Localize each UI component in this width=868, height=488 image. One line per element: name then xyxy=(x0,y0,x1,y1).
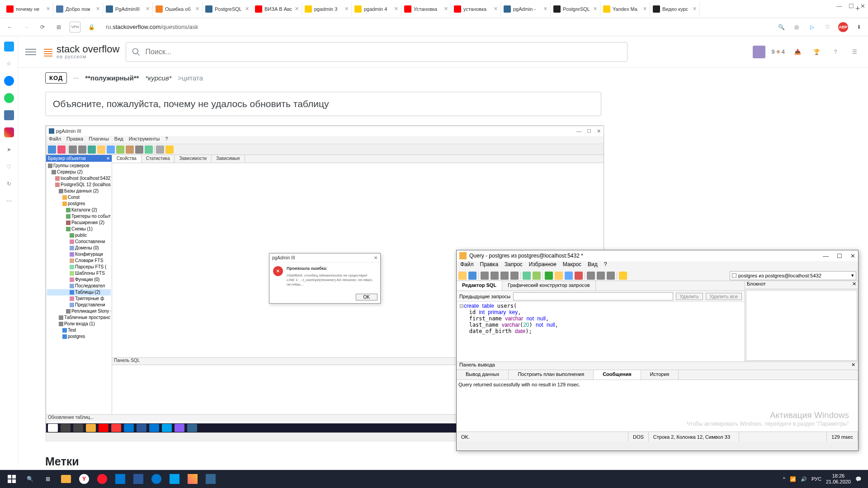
prev-queries-combo[interactable] xyxy=(513,292,673,300)
detail-tab[interactable]: Зависимости xyxy=(175,155,212,163)
browser-tab[interactable]: pgAdmin -✕ xyxy=(501,2,551,16)
reload-button[interactable]: ⟳ xyxy=(37,22,48,33)
inbox-icon[interactable]: 📥 xyxy=(791,46,804,58)
tb-icon[interactable] xyxy=(587,272,595,280)
tb-item[interactable] xyxy=(162,424,172,432)
community-icon[interactable]: ☰ xyxy=(848,46,861,58)
tree-item[interactable]: Конфигураци xyxy=(47,251,111,258)
tab-sql-editor[interactable]: Редактор SQL xyxy=(457,281,502,291)
tree-item[interactable]: Парсеры FTS ( xyxy=(47,264,111,270)
back-button[interactable]: ← xyxy=(5,22,15,33)
sql-code-editor[interactable]: ⊟create table users( id int primary key,… xyxy=(457,302,745,361)
tb-icon[interactable] xyxy=(88,145,96,154)
output-tab[interactable]: Вывод данных xyxy=(457,370,509,380)
so-search-box[interactable] xyxy=(126,42,627,62)
tb-icon[interactable] xyxy=(48,145,56,154)
start-button[interactable] xyxy=(3,470,21,488)
tb-icon[interactable] xyxy=(565,272,573,280)
tb-icon[interactable] xyxy=(69,145,77,154)
tree-item[interactable]: Const xyxy=(47,194,111,201)
menu-item[interactable]: Файл xyxy=(49,136,61,144)
help-icon[interactable] xyxy=(619,272,627,280)
tree-item[interactable]: Шаблоны FTS xyxy=(47,270,111,277)
tree-item[interactable]: Серверы (2) xyxy=(47,169,111,175)
output-tab[interactable]: Сообщения xyxy=(594,370,641,380)
tb-icon[interactable] xyxy=(78,145,86,154)
word-icon[interactable] xyxy=(129,470,147,488)
tb-item[interactable] xyxy=(61,424,71,432)
tree-item[interactable]: Табличные пространства (2) xyxy=(47,314,111,321)
menu-item[interactable]: Вид xyxy=(588,261,598,270)
browser-tab[interactable]: PostgreSQL✕ xyxy=(203,2,252,16)
menu-item[interactable]: ? xyxy=(165,136,168,144)
help-icon[interactable]: ? xyxy=(829,46,842,58)
tab-close-icon[interactable]: ✕ xyxy=(542,6,547,12)
tab-close-icon[interactable]: ✕ xyxy=(492,6,498,12)
browser-tab[interactable]: pgadmin 3✕ xyxy=(302,2,352,16)
browser-tab[interactable]: PgAdminIII✕ xyxy=(103,2,153,16)
more-icon[interactable]: ⋯ xyxy=(4,196,14,206)
tb-icon[interactable] xyxy=(510,272,519,280)
tree-item[interactable]: Репликация Slony (0) xyxy=(47,308,111,314)
notifications-icon[interactable]: 💬 xyxy=(855,476,862,482)
browser-tab[interactable]: установка✕ xyxy=(451,2,501,16)
maximize-icon[interactable]: ☐ xyxy=(837,253,842,259)
tb-icon[interactable] xyxy=(523,272,531,280)
tree-item[interactable]: Триггеры по событ xyxy=(47,213,111,220)
menu-item[interactable]: Избранное xyxy=(529,261,557,270)
tb-icon[interactable] xyxy=(135,145,143,154)
menu-item[interactable]: Макрос xyxy=(563,261,581,270)
tb-win-icon[interactable] xyxy=(48,424,58,432)
browser-tab[interactable]: pgadmin 4✕ xyxy=(352,2,401,16)
browser-tab[interactable]: Yandex Ma✕ xyxy=(600,2,650,16)
tree-item[interactable]: Каталоги (2) xyxy=(47,207,111,213)
pgadmin-taskbar-icon[interactable] xyxy=(202,470,220,488)
tab-close-icon[interactable]: ✕ xyxy=(193,6,199,12)
vpn-icon[interactable]: VPN xyxy=(70,22,80,33)
tab-close-icon[interactable]: ✕ xyxy=(691,6,697,12)
explorer-icon[interactable] xyxy=(57,470,75,488)
tb-icon[interactable] xyxy=(97,145,105,154)
delete-button[interactable]: Удалить xyxy=(676,293,703,300)
yandex-icon[interactable]: Y xyxy=(75,470,93,488)
notepad-body[interactable] xyxy=(746,290,857,361)
delete-all-button[interactable]: Удалить все xyxy=(706,293,742,300)
clock[interactable]: 18:26 21.06.2020 xyxy=(826,473,851,485)
menu-item[interactable]: Правка xyxy=(480,261,499,270)
tab-graphical[interactable]: Графический конструктор запросов xyxy=(502,281,596,291)
close-icon[interactable]: ✕ xyxy=(850,253,855,259)
tab-close-icon[interactable]: ✕ xyxy=(591,6,597,12)
tree-item[interactable]: Базы данных (2) xyxy=(47,188,111,194)
menu-item[interactable]: Вид xyxy=(114,136,123,144)
menu-item[interactable]: Файл xyxy=(460,261,474,270)
tb-icon[interactable] xyxy=(116,145,124,154)
tree-item[interactable]: postgres xyxy=(47,333,111,340)
adblock-icon[interactable]: ABP xyxy=(838,22,848,32)
minimize-icon[interactable]: — xyxy=(823,253,829,259)
tree-item[interactable]: Функции (0) xyxy=(47,277,111,283)
browser-tab[interactable]: Установка✕ xyxy=(401,2,451,16)
tree-item[interactable]: PostgreSQL 12 (localhost:5432) xyxy=(47,182,111,188)
tb-item[interactable] xyxy=(111,424,121,432)
tab-close-icon[interactable]: ✕ xyxy=(44,6,50,12)
detail-tab[interactable]: Зависимые xyxy=(212,155,245,163)
app-icon-2[interactable] xyxy=(165,470,184,488)
tree-item[interactable]: localhost (localhost:5432) xyxy=(47,175,111,182)
tree-item[interactable]: Представлени xyxy=(47,302,111,308)
tb-icon[interactable] xyxy=(607,272,615,280)
edge-icon[interactable] xyxy=(147,470,165,488)
tree-item[interactable]: Словари FTS xyxy=(47,258,111,264)
language-indicator[interactable]: РУС xyxy=(811,476,821,482)
tb-icon[interactable] xyxy=(107,145,115,154)
app-icon[interactable] xyxy=(111,470,129,488)
tree-item[interactable]: Группы серверов xyxy=(47,163,111,169)
browser-tab[interactable]: Добро пож✕ xyxy=(53,2,103,16)
avatar[interactable] xyxy=(753,46,765,58)
wifi-icon[interactable]: 📶 xyxy=(790,476,796,482)
tab-close-icon[interactable]: ✕ xyxy=(343,6,349,12)
tb-icon[interactable] xyxy=(57,145,66,154)
rail-icon-1[interactable] xyxy=(4,42,14,52)
tree-item[interactable]: postgres xyxy=(47,201,111,207)
tab-close-icon[interactable]: ✕ xyxy=(392,6,398,12)
tree-item[interactable]: Схемы (1) xyxy=(47,226,111,232)
